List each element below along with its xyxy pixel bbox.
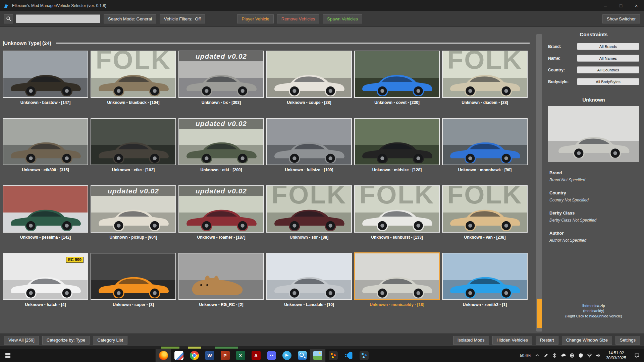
taskbar-app-cell[interactable]: A (248, 349, 264, 362)
vehicle-filters-button[interactable]: Vehicle Filters: Off (160, 14, 205, 23)
vehicle-card[interactable]: updated v0.02 Unknown - etki - [200] (178, 118, 264, 172)
vertical-scrollbar[interactable] (536, 34, 542, 331)
vehicle-thumbnail[interactable]: EC 999 (3, 253, 88, 300)
vehicle-card[interactable]: Unknown - zenith2 - [1] (442, 253, 528, 307)
country-filter-button[interactable]: All Countries (577, 66, 639, 73)
hidden-vehicles-button[interactable]: Hidden Vehicles (492, 336, 532, 345)
vehicle-thumbnail[interactable] (442, 118, 528, 165)
vehicle-card[interactable]: Unknown - midsize - [128] (354, 118, 440, 172)
pen-icon[interactable] (543, 353, 549, 358)
vehicle-thumbnail[interactable]: FOLK (91, 51, 176, 98)
taskbar-app-cell[interactable]: W (202, 349, 217, 362)
vehicle-card[interactable]: Unknown - fullsize - [109] (266, 118, 352, 172)
vehicle-thumbnail[interactable]: FOLK (266, 185, 352, 233)
show-switcher-button[interactable]: Show Switcher (602, 14, 640, 23)
vehicle-thumbnail[interactable] (442, 253, 528, 300)
bodystyle-filter-button[interactable]: All BodyStyles (577, 78, 639, 85)
taskbar-app-cell[interactable]: X (233, 349, 248, 362)
vehicle-thumbnail[interactable] (266, 51, 352, 98)
change-window-size-button[interactable]: Change Window Size (562, 336, 612, 345)
vehicle-thumbnail[interactable] (354, 51, 440, 98)
vehicle-thumbnail[interactable] (354, 118, 440, 165)
taskbar-app-cell[interactable] (171, 349, 186, 362)
vehicle-card[interactable]: Unknown - pessima - [142] (3, 185, 88, 240)
vehicle-thumbnail[interactable] (3, 185, 88, 233)
vehicle-thumbnail[interactable]: updated v0.02 (178, 118, 264, 165)
vehicle-card[interactable]: EC 999 Unknown - hatch - [4] (3, 253, 88, 307)
vehicle-card[interactable]: Unknown - covet - [230] (354, 51, 440, 105)
player-vehicle-button[interactable]: Player Vehicle (237, 14, 273, 23)
minimize-button[interactable]: – (598, 0, 613, 11)
taskbar-app-cell[interactable] (264, 349, 279, 362)
vehicle-card[interactable]: Unknown - barstow - [147] (3, 51, 88, 105)
isolated-mods-button[interactable]: Isolated Mods (453, 336, 489, 345)
vehicle-card[interactable]: updated v0.02 Unknown - pickup - [904] (91, 185, 176, 240)
maximize-button[interactable]: □ (613, 0, 629, 11)
vehicle-thumbnail[interactable] (266, 253, 352, 300)
search-icon-button[interactable] (4, 14, 13, 23)
vehicle-card[interactable]: Unknown - monicaeldy - [18] (354, 253, 440, 307)
vehicle-card[interactable]: FOLK Unknown - sbr - [88] (266, 185, 352, 240)
vehicle-thumbnail[interactable] (178, 253, 264, 300)
vehicle-thumbnail[interactable]: FOLK (442, 185, 528, 233)
taskbar-app-cell[interactable] (279, 349, 294, 362)
vehicle-thumbnail[interactable] (3, 51, 88, 98)
notification-center-button[interactable] (631, 349, 643, 362)
taskbar-app-cell[interactable] (356, 349, 372, 362)
vehicle-thumbnail[interactable]: updated v0.02 (91, 185, 176, 233)
vehicle-card[interactable]: Unknown - etkc - [102] (91, 118, 176, 172)
vehicle-thumbnail[interactable] (91, 253, 176, 300)
taskbar-app-cell[interactable] (186, 349, 202, 362)
taskbar-app-cell[interactable] (310, 349, 325, 362)
vehicle-illustration (8, 269, 84, 298)
vehicle-thumbnail[interactable]: FOLK (442, 51, 528, 98)
scrollbar-thumb[interactable] (537, 299, 542, 328)
search-mode-button[interactable]: Search Mode: General (104, 14, 156, 23)
vehicle-card[interactable]: Unknown - coupe - [28] (266, 51, 352, 105)
vehicle-card[interactable]: Unknown - super - [3] (91, 253, 176, 307)
vehicle-card[interactable]: FOLK Unknown - van - [238] (442, 185, 528, 240)
wifi-icon[interactable] (587, 353, 592, 358)
shield-icon[interactable] (578, 353, 584, 358)
cloud-icon[interactable] (560, 353, 566, 358)
vehicle-card[interactable]: FOLK Unknown - bluebuck - [104] (91, 51, 176, 105)
spawn-vehicles-button[interactable]: Spawn Vehicles (323, 14, 362, 23)
volume-icon[interactable] (595, 353, 601, 358)
restart-button[interactable]: Restart (536, 336, 558, 345)
vehicle-thumbnail[interactable]: FOLK (354, 185, 440, 233)
brand-filter-button[interactable]: All Brands (577, 43, 639, 50)
vehicle-card[interactable]: FOLK Unknown - sunburst - [133] (354, 185, 440, 240)
view-all-button[interactable]: View All [259] (4, 336, 39, 345)
vehicle-thumbnail[interactable] (91, 118, 176, 165)
firefox-icon (159, 351, 168, 360)
vehicle-card[interactable]: Unknown - moonhawk - [90] (442, 118, 528, 172)
categorize-by-button[interactable]: Categorize by: Type (42, 336, 90, 345)
name-filter-button[interactable]: All Names (577, 55, 639, 62)
globe-icon[interactable] (569, 353, 575, 358)
vehicle-card[interactable]: Unknown - etk800 - [315] (3, 118, 88, 172)
taskbar-app-cell[interactable]: P (217, 349, 233, 362)
vehicle-thumbnail[interactable]: updated v0.02 (178, 51, 264, 98)
vehicle-thumbnail[interactable] (354, 253, 440, 300)
vehicle-card[interactable]: FOLK Unknown - diadem - [28] (442, 51, 528, 105)
taskbar-app-cell[interactable] (325, 349, 341, 362)
taskbar-app-cell[interactable] (341, 349, 356, 362)
vehicle-card[interactable]: updated v0.02 Unknown - bx - [303] (178, 51, 264, 105)
category-list-button[interactable]: Category List (93, 336, 127, 345)
close-button[interactable]: × (629, 0, 644, 11)
taskbar-app-cell[interactable] (156, 349, 171, 362)
chevron-icon[interactable] (534, 353, 540, 358)
taskbar-clock[interactable]: 14:51:02 30/03/2025 (604, 351, 628, 361)
vehicle-thumbnail[interactable]: updated v0.02 (178, 185, 264, 233)
vehicle-card[interactable]: updated v0.02 Unknown - roamer - [187] (178, 185, 264, 240)
search-input[interactable] (16, 14, 100, 23)
vehicle-card[interactable]: Unknown - RG_RC - [2] (178, 253, 264, 307)
vehicle-card[interactable]: Unknown - Lansdale - [10] (266, 253, 352, 307)
taskbar-app-cell[interactable] (294, 349, 310, 362)
bluetooth-icon[interactable] (552, 353, 557, 358)
remove-vehicles-button[interactable]: Remove Vehicles (277, 14, 319, 23)
settings-button[interactable]: Settings (615, 336, 640, 345)
vehicle-thumbnail[interactable] (266, 118, 352, 165)
start-button[interactable] (0, 349, 15, 362)
vehicle-thumbnail[interactable] (3, 118, 88, 165)
